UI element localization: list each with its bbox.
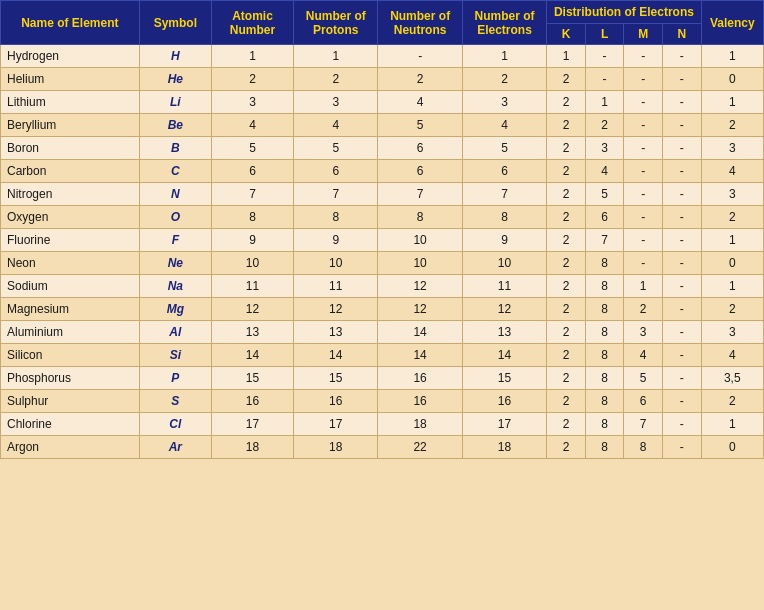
header-name: Name of Element [1,1,140,45]
header-symbol: Symbol [139,1,211,45]
cell-symbol: H [139,45,211,68]
cell-symbol: Ne [139,252,211,275]
cell-electrons: 18 [462,436,546,459]
cell-l: 6 [585,206,624,229]
cell-name: Oxygen [1,206,140,229]
cell-protons: 6 [294,160,378,183]
cell-m: 4 [624,344,663,367]
header-m: M [624,24,663,45]
cell-neutrons: 4 [378,91,462,114]
cell-valency: 2 [701,114,763,137]
cell-symbol: Be [139,114,211,137]
cell-symbol: P [139,367,211,390]
cell-n: - [662,137,701,160]
cell-atomic: 17 [212,413,294,436]
table-body: HydrogenH11-11---1HeliumHe22222---0Lithi… [1,45,764,459]
cell-l: 8 [585,413,624,436]
cell-n: - [662,45,701,68]
cell-m: - [624,114,663,137]
cell-atomic: 9 [212,229,294,252]
cell-n: - [662,206,701,229]
cell-protons: 10 [294,252,378,275]
table-row: MagnesiumMg12121212282-2 [1,298,764,321]
cell-atomic: 7 [212,183,294,206]
table-row: BerylliumBe445422--2 [1,114,764,137]
cell-valency: 0 [701,436,763,459]
cell-electrons: 8 [462,206,546,229]
cell-l: 2 [585,114,624,137]
cell-m: - [624,45,663,68]
cell-atomic: 2 [212,68,294,91]
cell-neutrons: 10 [378,229,462,252]
cell-electrons: 9 [462,229,546,252]
cell-valency: 2 [701,298,763,321]
cell-atomic: 8 [212,206,294,229]
cell-m: - [624,91,663,114]
cell-valency: 1 [701,45,763,68]
cell-m: 8 [624,436,663,459]
cell-l: 8 [585,436,624,459]
cell-electrons: 15 [462,367,546,390]
cell-atomic: 3 [212,91,294,114]
cell-l: 8 [585,390,624,413]
cell-n: - [662,298,701,321]
cell-n: - [662,413,701,436]
cell-k: 2 [547,390,586,413]
cell-name: Silicon [1,344,140,367]
cell-electrons: 2 [462,68,546,91]
cell-name: Sodium [1,275,140,298]
cell-name: Fluorine [1,229,140,252]
cell-valency: 3 [701,321,763,344]
cell-m: - [624,206,663,229]
cell-valency: 0 [701,252,763,275]
cell-k: 2 [547,321,586,344]
cell-name: Neon [1,252,140,275]
cell-protons: 5 [294,137,378,160]
cell-k: 1 [547,45,586,68]
cell-k: 2 [547,206,586,229]
cell-k: 2 [547,252,586,275]
cell-electrons: 12 [462,298,546,321]
header-valency: Valency [701,1,763,45]
header-electrons: Number of Electrons [462,1,546,45]
cell-n: - [662,114,701,137]
cell-valency: 3 [701,137,763,160]
cell-k: 2 [547,344,586,367]
cell-k: 2 [547,436,586,459]
cell-symbol: B [139,137,211,160]
cell-atomic: 4 [212,114,294,137]
cell-symbol: Na [139,275,211,298]
cell-k: 2 [547,275,586,298]
cell-electrons: 13 [462,321,546,344]
cell-protons: 7 [294,183,378,206]
cell-name: Lithium [1,91,140,114]
cell-l: - [585,68,624,91]
cell-electrons: 10 [462,252,546,275]
cell-name: Hydrogen [1,45,140,68]
cell-neutrons: 16 [378,390,462,413]
cell-neutrons: 2 [378,68,462,91]
cell-electrons: 1 [462,45,546,68]
table-row: ChlorineCl17171817287-1 [1,413,764,436]
cell-l: 5 [585,183,624,206]
cell-neutrons: 22 [378,436,462,459]
cell-n: - [662,344,701,367]
cell-symbol: O [139,206,211,229]
cell-name: Helium [1,68,140,91]
cell-neutrons: 18 [378,413,462,436]
cell-valency: 1 [701,275,763,298]
cell-symbol: Mg [139,298,211,321]
cell-l: - [585,45,624,68]
cell-protons: 4 [294,114,378,137]
cell-m: - [624,137,663,160]
table-row: ArgonAr18182218288-0 [1,436,764,459]
cell-symbol: Al [139,321,211,344]
cell-n: - [662,229,701,252]
cell-valency: 3,5 [701,367,763,390]
table-row: FluorineF9910927--1 [1,229,764,252]
cell-electrons: 6 [462,160,546,183]
cell-electrons: 7 [462,183,546,206]
table-row: NeonNe1010101028--0 [1,252,764,275]
cell-symbol: Si [139,344,211,367]
cell-name: Nitrogen [1,183,140,206]
